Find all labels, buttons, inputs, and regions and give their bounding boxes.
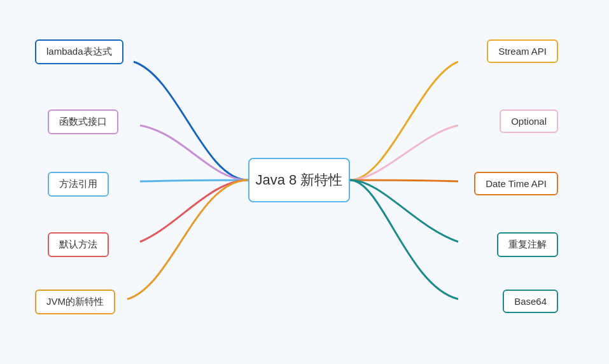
node-base64: Base64	[503, 290, 558, 313]
node-default: 默认方法	[48, 232, 109, 257]
node-func: 函数式接口	[48, 109, 118, 134]
node-repeat: 重复注解	[497, 232, 558, 257]
node-optional: Optional	[500, 109, 558, 133]
node-method-ref: 方法引用	[48, 172, 109, 197]
method-ref-label: 方法引用	[59, 178, 97, 190]
lambda-label: lambada表达式	[46, 46, 112, 58]
stream-label: Stream API	[498, 46, 547, 57]
jvm-label: JVM的新特性	[46, 296, 104, 308]
base64-label: Base64	[514, 296, 547, 307]
node-jvm: JVM的新特性	[35, 290, 115, 314]
datetime-label: Date Time API	[486, 178, 547, 189]
optional-label: Optional	[511, 116, 547, 127]
node-stream: Stream API	[487, 39, 558, 63]
center-label: Java 8 新特性	[256, 171, 343, 190]
mind-map: Java 8 新特性 lambada表达式 函数式接口 方法引用 默认方法 JV…	[0, 0, 609, 364]
node-datetime: Date Time API	[474, 172, 558, 195]
center-node: Java 8 新特性	[248, 158, 350, 202]
node-lambda: lambada表达式	[35, 39, 123, 64]
default-label: 默认方法	[59, 239, 97, 251]
repeat-label: 重复注解	[508, 239, 547, 251]
func-label: 函数式接口	[59, 116, 107, 128]
